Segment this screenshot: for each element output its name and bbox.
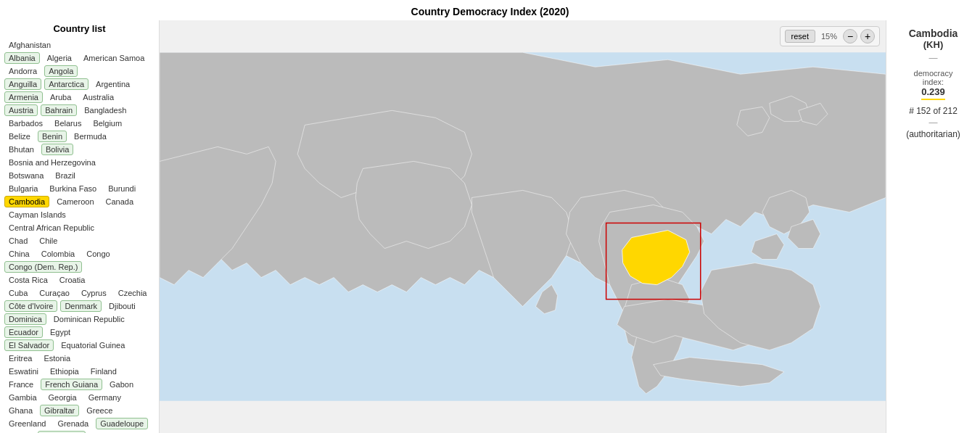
country-tag-guadeloupe[interactable]: Guadeloupe xyxy=(96,418,148,429)
country-tag-benin[interactable]: Benin xyxy=(38,131,67,142)
country-tag-andorra[interactable]: Andorra xyxy=(4,65,41,77)
country-tag-equatorial-guinea[interactable]: Equatorial Guinea xyxy=(57,339,129,351)
country-tag-chile[interactable]: Chile xyxy=(35,235,62,247)
country-tag-french-guiana[interactable]: French Guiana xyxy=(41,379,102,390)
country-tag-denmark[interactable]: Denmark xyxy=(60,300,102,312)
country-tag-angola[interactable]: Angola xyxy=(44,65,78,77)
country-tag-eritrea[interactable]: Eritrea xyxy=(4,352,36,364)
country-tag-congo[interactable]: Congo xyxy=(82,248,114,260)
country-tag-georgia[interactable]: Georgia xyxy=(44,392,81,403)
country-tag-colombia[interactable]: Colombia xyxy=(37,248,79,260)
country-tag-antarctica[interactable]: Antarctica xyxy=(44,78,88,90)
country-list: AfghanistanAlbaniaAlgeriaAmerican SamoaA… xyxy=(3,38,156,433)
country-tag-eswatini[interactable]: Eswatini xyxy=(4,366,43,377)
country-tag-burkina-faso[interactable]: Burkina Faso xyxy=(45,183,101,194)
zoom-in-button[interactable]: + xyxy=(860,29,875,44)
country-tag-czechia[interactable]: Czechia xyxy=(114,287,152,299)
country-tag-central-african-republic[interactable]: Central African Republic xyxy=(4,222,99,234)
country-tag-france[interactable]: France xyxy=(4,379,38,390)
country-tag-argentina[interactable]: Argentina xyxy=(91,78,134,90)
country-tag-belgium[interactable]: Belgium xyxy=(88,117,126,129)
country-tag-australia[interactable]: Australia xyxy=(78,91,118,103)
country-tag-dominica[interactable]: Dominica xyxy=(4,313,46,325)
info-democracy-label: democracyindex: xyxy=(914,69,953,86)
country-tag-gabon[interactable]: Gabon xyxy=(105,379,138,390)
country-tag-aruba[interactable]: Aruba xyxy=(46,91,75,103)
country-tag-gambia[interactable]: Gambia xyxy=(4,392,41,403)
country-tag-belarus[interactable]: Belarus xyxy=(50,117,86,129)
info-rank: # 152 of 212 xyxy=(909,106,958,116)
country-tag-american-samoa[interactable]: American Samoa xyxy=(79,52,149,64)
country-tag-bangladesh[interactable]: Bangladesh xyxy=(80,104,131,116)
country-tag-bulgaria[interactable]: Bulgaria xyxy=(4,183,42,194)
country-tag-congo-(dem.-rep.)[interactable]: Congo (Dem. Rep.) xyxy=(4,261,82,273)
country-sidebar[interactable]: Country list AfghanistanAlbaniaAlgeriaAm… xyxy=(0,20,160,433)
country-tag-croatia[interactable]: Croatia xyxy=(55,274,89,286)
country-tag-burundi[interactable]: Burundi xyxy=(104,183,140,194)
country-tag-greenland[interactable]: Greenland xyxy=(4,418,50,429)
country-tag-bermuda[interactable]: Bermuda xyxy=(70,131,111,142)
country-tag-cyprus[interactable]: Cyprus xyxy=(77,287,111,299)
country-tag-grenada[interactable]: Grenada xyxy=(53,418,93,429)
country-tag-ghana[interactable]: Ghana xyxy=(4,405,37,416)
sidebar-title: Country list xyxy=(3,23,156,34)
country-tag-chad[interactable]: Chad xyxy=(4,235,32,247)
reset-button[interactable]: reset xyxy=(785,30,815,43)
country-tag-djibouti[interactable]: Djibouti xyxy=(104,300,140,312)
country-tag-algeria[interactable]: Algeria xyxy=(43,52,76,64)
info-divider3: — xyxy=(929,117,938,128)
country-tag-albania[interactable]: Albania xyxy=(4,52,40,64)
info-panel: Cambodia(KH) — democracyindex: 0.239 # 1… xyxy=(886,20,980,433)
country-tag-ethiopia[interactable]: Ethiopia xyxy=(46,366,83,377)
country-tag-afghanistan[interactable]: Afghanistan xyxy=(4,39,55,51)
zoom-controls: reset 15% − + xyxy=(780,26,880,46)
country-tag-barbados[interactable]: Barbados xyxy=(4,117,47,129)
country-tag-côte-d'ivoire[interactable]: Côte d'Ivoire xyxy=(4,300,57,312)
country-tag-estonia[interactable]: Estonia xyxy=(39,352,75,364)
country-tag-cambodia[interactable]: Cambodia xyxy=(4,196,49,207)
country-tag-ecuador[interactable]: Ecuador xyxy=(4,326,43,338)
country-tag-armenia[interactable]: Armenia xyxy=(4,91,43,103)
country-tag-costa-rica[interactable]: Costa Rica xyxy=(4,274,52,286)
country-tag-dominican-republic[interactable]: Dominican Republic xyxy=(49,313,129,325)
country-tag-bhutan[interactable]: Bhutan xyxy=(4,144,38,155)
map-area[interactable]: reset 15% − + xyxy=(160,20,886,433)
info-divider1: — xyxy=(929,53,938,63)
country-tag-finland[interactable]: Finland xyxy=(86,366,121,377)
country-tag-canada[interactable]: Canada xyxy=(102,196,139,207)
country-tag-gibraltar[interactable]: Gibraltar xyxy=(40,405,79,416)
country-tag-cameroon[interactable]: Cameroon xyxy=(52,196,98,207)
country-tag-egypt[interactable]: Egypt xyxy=(46,326,75,338)
world-map xyxy=(160,20,886,433)
country-tag-el-salvador[interactable]: El Salvador xyxy=(4,339,54,351)
country-tag-bolivia[interactable]: Bolivia xyxy=(41,144,73,155)
page-title: Country Democracy Index (2020) xyxy=(0,0,980,20)
country-tag-china[interactable]: China xyxy=(4,248,34,260)
country-tag-bosnia-and-herzegovina[interactable]: Bosnia and Herzegovina xyxy=(4,157,100,168)
country-tag-anguilla[interactable]: Anguilla xyxy=(4,78,41,90)
country-tag-cuba[interactable]: Cuba xyxy=(4,287,32,299)
country-tag-cayman-islands[interactable]: Cayman Islands xyxy=(4,209,70,220)
zoom-level: 15% xyxy=(818,32,840,41)
info-index-value: 0.239 xyxy=(921,86,945,100)
zoom-out-button[interactable]: − xyxy=(843,29,857,44)
main-container: Country list AfghanistanAlbaniaAlgeriaAm… xyxy=(0,20,980,433)
country-tag-austria[interactable]: Austria xyxy=(4,104,38,116)
country-tag-greece[interactable]: Greece xyxy=(82,405,117,416)
country-tag-brazil[interactable]: Brazil xyxy=(51,170,80,181)
country-tag-germany[interactable]: Germany xyxy=(84,392,125,403)
country-tag-botswana[interactable]: Botswana xyxy=(4,170,48,181)
country-tag-curaçao[interactable]: Curaçao xyxy=(35,287,74,299)
info-country-name: Cambodia(KH) xyxy=(909,28,958,50)
country-tag-bahrain[interactable]: Bahrain xyxy=(41,104,77,116)
info-classification: (authoritarian) xyxy=(906,129,960,139)
country-tag-belize[interactable]: Belize xyxy=(4,131,35,142)
